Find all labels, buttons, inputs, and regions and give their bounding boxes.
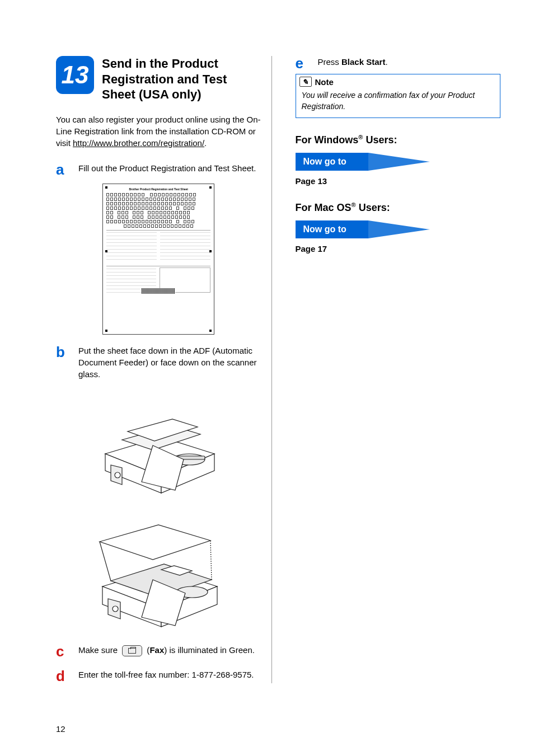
macos-heading: For Mac OS® Users: [296, 201, 501, 214]
windows-goto-banner: Now go to [296, 153, 501, 171]
windows-heading: For Windows® Users: [296, 134, 501, 146]
macos-goto-banner: Now go to [296, 220, 501, 238]
note-icon: ✎ [299, 77, 312, 87]
macos-goto-label: Now go to [296, 220, 368, 238]
reg-sheet-title: Brother Product Registration and Test Sh… [106, 187, 210, 191]
note-body: You will receive a confirmation fax of y… [296, 88, 500, 118]
substep-e-bold: Black Start [341, 57, 385, 67]
note-label: Note [315, 77, 334, 87]
step-number-badge: 13 [56, 56, 94, 94]
substep-a-text: Fill out the Product Registration and Te… [78, 162, 256, 177]
substep-c-text: Make sure (Fax) is illuminated in Green. [78, 644, 255, 659]
svg-point-4 [113, 606, 118, 612]
note-box: ✎ Note You will receive a confirmation f… [296, 74, 501, 118]
page-number: 12 [56, 724, 65, 734]
printer-adf-illustration [88, 387, 228, 499]
registered-mark: ® [352, 201, 356, 208]
substep-letter-b: b [56, 345, 69, 380]
arrow-icon [368, 220, 430, 238]
intro-paragraph: You can also register your product onlin… [56, 114, 261, 149]
windows-heading-pre: For Windows [296, 134, 359, 145]
macos-page-ref: Page 17 [296, 244, 501, 253]
svg-point-2 [115, 472, 120, 478]
step-header: 13 Send in the Product Registration and … [56, 56, 261, 102]
substep-c: c Make sure (Fax) is illuminated in Gree… [56, 644, 261, 659]
macos-heading-pre: For Mac OS [296, 202, 352, 213]
registration-sheet-illustration: Brother Product Registration and Test Sh… [102, 184, 214, 335]
macos-heading-post: Users: [356, 202, 390, 213]
substep-b: b Put the sheet face down in the ADF (Au… [56, 345, 261, 380]
substep-e: e Press Black Start. [296, 56, 501, 71]
substep-a: a Fill out the Product Registration and … [56, 162, 261, 177]
windows-goto-label: Now go to [296, 153, 368, 171]
substep-e-pre: Press [318, 57, 342, 67]
intro-suffix: . [204, 138, 207, 148]
substep-letter-e: e [296, 56, 309, 71]
substep-letter-d: d [56, 669, 69, 683]
substep-e-post: . [385, 57, 387, 67]
windows-heading-post: Users: [363, 134, 397, 145]
windows-page-ref: Page 13 [296, 176, 501, 186]
step-title: Send in the Product Registration and Tes… [102, 56, 261, 102]
substep-e-text: Press Black Start. [318, 56, 388, 71]
substep-letter-a: a [56, 162, 69, 177]
substep-c-bold: Fax [149, 645, 164, 655]
arrow-icon [368, 153, 430, 171]
substep-b-text: Put the sheet face down in the ADF (Auto… [78, 345, 261, 380]
substep-d-text: Enter the toll-free fax number: 1-877-26… [78, 669, 254, 683]
substep-c-mid: ( [144, 645, 149, 655]
substep-c-pre: Make sure [78, 645, 120, 655]
registration-link[interactable]: http://www.brother.com/registration/ [73, 138, 204, 148]
fax-button-icon [122, 645, 142, 656]
substep-d: d Enter the toll-free fax number: 1-877-… [56, 669, 261, 683]
substep-letter-c: c [56, 644, 69, 659]
substep-c-post: ) is illuminated in Green. [164, 645, 255, 655]
printer-scanner-illustration [86, 505, 231, 634]
